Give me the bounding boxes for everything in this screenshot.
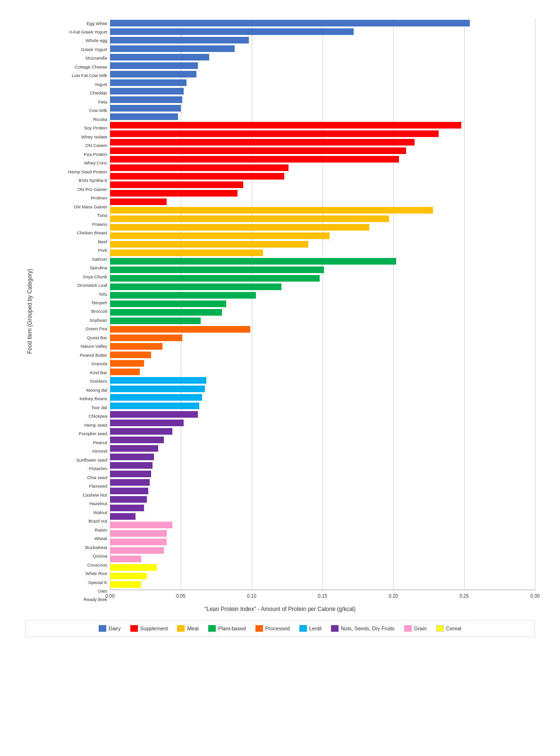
bar [110, 215, 389, 222]
y-label: Tempeh [34, 299, 107, 307]
y-label: Raisin [34, 525, 107, 534]
bar [110, 88, 184, 94]
y-label: Pumpkin seed [34, 430, 107, 438]
y-label: Ready Brek [34, 595, 107, 604]
bar-row [110, 402, 535, 410]
bar [110, 147, 406, 154]
bar [110, 564, 157, 571]
y-label: Whey Conc [34, 159, 107, 167]
bar-row [110, 198, 535, 206]
bar-row [110, 36, 535, 44]
y-label: Soybean [34, 316, 107, 324]
bar-row [110, 232, 535, 240]
bar-row [110, 555, 535, 563]
grid-line [535, 19, 535, 590]
legend-item: Processed [255, 625, 290, 632]
y-label: Hazelnut [34, 499, 107, 508]
y-label: Almond [34, 447, 107, 455]
y-label: Drumstick Leaf [34, 281, 107, 290]
legend-color [177, 625, 185, 632]
y-label: Yogurt [34, 80, 107, 88]
y-label: Peanut Butter [34, 351, 107, 359]
y-label: Whole egg [34, 36, 107, 45]
bar [110, 181, 243, 188]
chart-area: Food Item (Grouped by Category) Egg Whit… [25, 19, 535, 604]
y-label: Peanut [34, 438, 107, 447]
legend-label: Grain [414, 626, 427, 631]
y-label: BSN Syntha-6 [34, 176, 107, 185]
bar-row [110, 78, 535, 87]
bar [110, 45, 235, 52]
bar [110, 198, 167, 205]
bar-row [110, 27, 535, 36]
bar [110, 37, 249, 43]
bar-row [110, 427, 535, 436]
bar-row [110, 70, 535, 78]
legend-label: Lentil [309, 626, 322, 631]
bar-row [110, 87, 535, 95]
bar-row [110, 419, 535, 427]
bar [110, 130, 439, 137]
bar [110, 113, 178, 120]
legend-label: Meat [187, 626, 198, 631]
x-tick: 0.20 [389, 593, 398, 599]
bar [110, 62, 198, 69]
bar-row [110, 487, 535, 495]
bar-row [110, 172, 535, 180]
bar [110, 241, 308, 248]
bar-row [110, 529, 535, 538]
bar [110, 454, 154, 460]
y-label: Hemp seed [34, 421, 107, 429]
bar [110, 284, 281, 290]
y-label: Granola [34, 360, 107, 368]
bar-row [110, 342, 535, 351]
bar-row [110, 121, 535, 129]
legend-label: Processed [265, 626, 290, 631]
y-label: Brazil nut [34, 517, 107, 525]
y-label: Cottage Cheese [34, 62, 107, 71]
bar-row [110, 19, 535, 27]
bar-row [110, 206, 535, 215]
bar-row [110, 453, 535, 461]
bar [110, 352, 151, 358]
bar-row [110, 240, 535, 249]
bar [110, 471, 151, 477]
bar-row [110, 359, 535, 368]
bar [110, 360, 144, 367]
y-label: Prawns [34, 220, 107, 228]
bar [110, 556, 141, 562]
bar-row [110, 215, 535, 223]
bar-row [110, 95, 535, 104]
legend-color [255, 625, 263, 632]
bar [110, 377, 206, 384]
x-axis-label: "Lean Protein Index" - Amount of Protein… [25, 606, 535, 612]
bar-row [110, 104, 535, 112]
bar [110, 292, 256, 299]
y-label: Special K [34, 578, 107, 586]
bar [110, 428, 172, 435]
bar-row [110, 385, 535, 393]
bar-row [110, 495, 535, 504]
y-label: Kidney Beans [34, 395, 107, 403]
legend-color [404, 625, 412, 632]
y-label: Whey Isolate [34, 132, 107, 141]
legend-label: Nuts, Seeds, Dry Fruits [341, 626, 395, 631]
y-label: Flaxseed [34, 482, 107, 490]
y-label: Chicken Breast [34, 229, 107, 237]
bar-row [110, 512, 535, 521]
y-label: Soya Chunk [34, 272, 107, 281]
bar-row [110, 521, 535, 529]
bar-row [110, 580, 535, 589]
y-label: Buckwheat [34, 543, 107, 551]
bar [110, 139, 415, 146]
bar [110, 445, 158, 452]
bar [110, 258, 396, 265]
y-label: Quinoa [34, 552, 107, 560]
legend-color [299, 625, 307, 632]
bar [110, 318, 201, 324]
y-label: ON Mass Gainer [34, 202, 107, 211]
bar-row [110, 146, 535, 155]
legend-label: Cereal [446, 626, 461, 631]
y-label: Cashew Nut [34, 490, 107, 499]
bar-row [110, 155, 535, 163]
